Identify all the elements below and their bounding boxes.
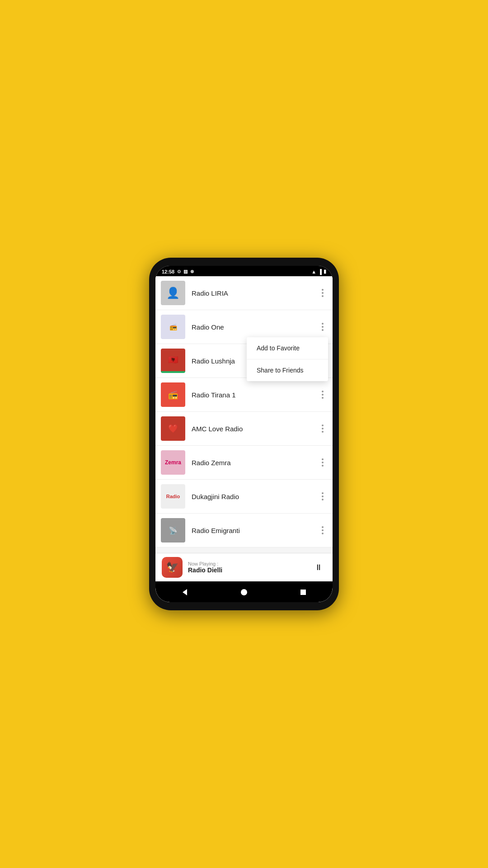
now-playing-bar[interactable]: 🦅 Now Playing : Radio Dielli ⏸ — [155, 553, 333, 581]
now-playing-thumb: 🦅 — [162, 557, 183, 578]
dot2 — [322, 529, 324, 531]
add-to-favorite-button[interactable]: Add to Favorite — [247, 337, 328, 359]
status-icon-3: ⊗ — [190, 269, 194, 274]
status-icon-2: ▨ — [183, 269, 188, 274]
list-item[interactable]: 👤 Radio LIRIA — [155, 276, 333, 310]
more-button[interactable] — [318, 456, 327, 469]
more-button[interactable] — [318, 490, 327, 503]
radio-name: Dukagjini Radio — [192, 493, 318, 500]
radio-zemra-thumb: Zemra — [161, 450, 185, 475]
list-item[interactable]: 📻 Radio Tirana 1 — [155, 378, 333, 412]
nav-bar — [155, 581, 333, 602]
radio-name: Radio LIRIA — [192, 289, 318, 297]
share-to-friends-button[interactable]: Share to Friends — [247, 359, 328, 381]
dot2 — [322, 326, 324, 328]
list-item[interactable]: ❤️ AMC Love Radio — [155, 412, 333, 446]
status-time: 12:58 — [162, 269, 174, 274]
dot2 — [322, 394, 324, 396]
svg-point-1 — [241, 589, 247, 595]
dot1 — [322, 425, 324, 426]
radio-name: AMC Love Radio — [192, 425, 318, 433]
radio-list: 👤 Radio LIRIA 📻 Radio One — [155, 276, 333, 553]
list-item[interactable]: Zemra Radio Zemra — [155, 446, 333, 480]
home-icon — [240, 588, 248, 596]
list-item[interactable]: 📡 Radio Emigranti — [155, 514, 333, 547]
eagle-icon: 🦅 — [166, 561, 178, 573]
dot1 — [322, 289, 324, 291]
more-button[interactable] — [318, 524, 327, 537]
back-button[interactable] — [178, 586, 191, 599]
status-bar: 12:58 ⊙ ▨ ⊗ ▲ ▐ ▮ — [155, 266, 333, 276]
dot3 — [322, 465, 324, 467]
more-button[interactable] — [318, 422, 327, 435]
dot3 — [322, 431, 324, 433]
dot1 — [322, 323, 324, 325]
status-icon-1: ⊙ — [177, 269, 181, 274]
dot1 — [322, 492, 324, 494]
status-right: ▲ ▐ ▮ — [311, 269, 326, 274]
phone-screen: 12:58 ⊙ ▨ ⊗ ▲ ▐ ▮ 👤 Radio LIRIA — [155, 266, 333, 602]
recent-button[interactable] — [297, 586, 310, 599]
more-button[interactable] — [318, 320, 327, 334]
dot1 — [322, 458, 324, 460]
dot1 — [322, 391, 324, 392]
dot1 — [322, 526, 324, 528]
now-playing-name: Radio Dielli — [188, 566, 305, 574]
signal-icon: ▐ — [318, 269, 322, 274]
battery-icon: ▮ — [324, 269, 326, 274]
radio-liria-thumb: 👤 — [161, 281, 185, 305]
dot3 — [322, 397, 324, 399]
radio-name: Radio One — [192, 323, 318, 331]
dot3 — [322, 533, 324, 534]
dukagjini-thumb: Radio — [161, 484, 185, 509]
radio-tirana-thumb: 📻 — [161, 382, 185, 407]
status-left: 12:58 ⊙ ▨ ⊗ — [162, 269, 194, 274]
back-icon — [181, 588, 189, 596]
radio-emigranti-thumb: 📡 — [161, 518, 185, 542]
amc-love-thumb: ❤️ — [161, 416, 185, 441]
now-playing-info: Now Playing : Radio Dielli — [188, 561, 305, 574]
dot2 — [322, 495, 324, 497]
radio-lushnja-thumb: 🇦🇱 — [161, 349, 185, 373]
list-item[interactable]: Radio Dukagjini Radio — [155, 480, 333, 514]
pause-button[interactable]: ⏸ — [311, 561, 326, 574]
radio-name: Radio Zemra — [192, 459, 318, 467]
more-button[interactable] — [318, 388, 327, 401]
dot3 — [322, 295, 324, 297]
home-button[interactable] — [238, 586, 250, 599]
phone-device: 12:58 ⊙ ▨ ⊗ ▲ ▐ ▮ 👤 Radio LIRIA — [149, 258, 339, 610]
dot3 — [322, 499, 324, 500]
context-menu: Add to Favorite Share to Friends — [247, 337, 328, 381]
recent-icon — [299, 588, 307, 596]
svg-rect-2 — [300, 590, 306, 595]
now-playing-label: Now Playing : — [188, 561, 305, 566]
radio-name: Radio Tirana 1 — [192, 391, 318, 399]
dot2 — [322, 462, 324, 463]
svg-marker-0 — [183, 589, 187, 595]
dot2 — [322, 428, 324, 429]
more-button[interactable] — [318, 286, 327, 300]
wifi-icon: ▲ — [311, 269, 316, 274]
radio-one-thumb: 📻 — [161, 315, 185, 339]
dot3 — [322, 329, 324, 331]
radio-name: Radio Emigranti — [192, 527, 318, 534]
dot2 — [322, 292, 324, 294]
